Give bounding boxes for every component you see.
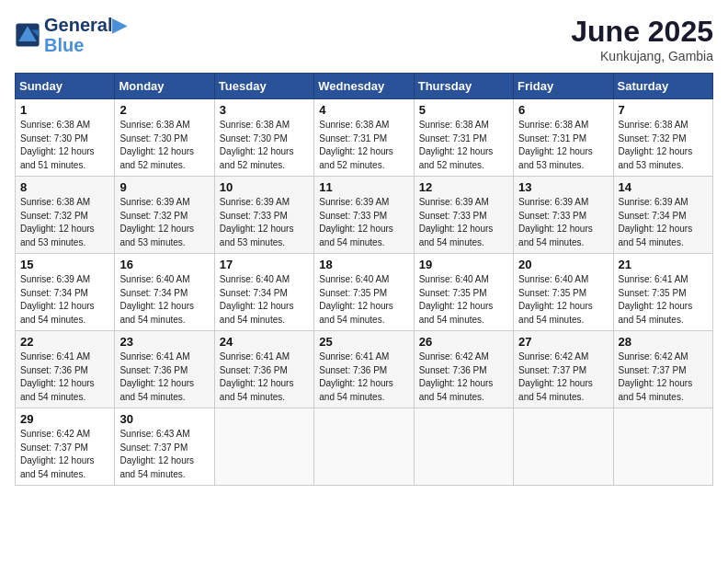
calendar-header-wednesday: Wednesday	[314, 74, 414, 99]
calendar-cell: 4Sunrise: 6:38 AM Sunset: 7:31 PM Daylig…	[314, 99, 414, 177]
calendar-cell: 5Sunrise: 6:38 AM Sunset: 7:31 PM Daylig…	[414, 99, 513, 177]
day-info: Sunrise: 6:39 AM Sunset: 7:33 PM Dayligh…	[319, 196, 408, 249]
day-number: 13	[518, 180, 608, 194]
day-info: Sunrise: 6:41 AM Sunset: 7:36 PM Dayligh…	[319, 350, 408, 404]
calendar-header-row: SundayMondayTuesdayWednesdayThursdayFrid…	[16, 74, 713, 99]
calendar-header-sunday: Sunday	[16, 74, 115, 99]
day-info: Sunrise: 6:39 AM Sunset: 7:33 PM Dayligh…	[518, 196, 608, 249]
calendar-cell: 6Sunrise: 6:38 AM Sunset: 7:31 PM Daylig…	[514, 99, 613, 177]
calendar-cell: 26Sunrise: 6:42 AM Sunset: 7:36 PM Dayli…	[414, 331, 513, 408]
day-info: Sunrise: 6:40 AM Sunset: 7:35 PM Dayligh…	[518, 273, 608, 327]
day-number: 25	[319, 335, 408, 349]
day-info: Sunrise: 6:40 AM Sunset: 7:35 PM Dayligh…	[319, 273, 408, 327]
logo-text: General▶ Blue	[44, 15, 126, 55]
day-number: 6	[518, 103, 608, 117]
day-info: Sunrise: 6:39 AM Sunset: 7:33 PM Dayligh…	[419, 196, 508, 249]
day-number: 10	[220, 180, 309, 194]
calendar-cell: 30Sunrise: 6:43 AM Sunset: 7:37 PM Dayli…	[115, 408, 214, 486]
day-info: Sunrise: 6:39 AM Sunset: 7:32 PM Dayligh…	[119, 196, 209, 249]
day-number: 8	[20, 180, 109, 194]
day-info: Sunrise: 6:38 AM Sunset: 7:30 PM Dayligh…	[119, 119, 209, 172]
day-info: Sunrise: 6:42 AM Sunset: 7:36 PM Dayligh…	[419, 350, 508, 404]
day-number: 24	[220, 335, 309, 349]
calendar-week-3: 15Sunrise: 6:39 AM Sunset: 7:34 PM Dayli…	[16, 254, 713, 331]
day-info: Sunrise: 6:38 AM Sunset: 7:30 PM Dayligh…	[20, 119, 109, 172]
calendar-cell	[214, 408, 313, 486]
calendar-cell: 25Sunrise: 6:41 AM Sunset: 7:36 PM Dayli…	[314, 331, 414, 408]
month-title: June 2025	[571, 15, 713, 49]
day-info: Sunrise: 6:39 AM Sunset: 7:34 PM Dayligh…	[20, 273, 109, 327]
day-info: Sunrise: 6:42 AM Sunset: 7:37 PM Dayligh…	[619, 350, 708, 404]
day-number: 18	[319, 258, 408, 271]
calendar-cell: 13Sunrise: 6:39 AM Sunset: 7:33 PM Dayli…	[514, 177, 613, 254]
location-subtitle: Kunkujang, Gambia	[571, 49, 713, 63]
day-info: Sunrise: 6:40 AM Sunset: 7:35 PM Dayligh…	[419, 273, 508, 327]
calendar-cell: 7Sunrise: 6:38 AM Sunset: 7:32 PM Daylig…	[613, 99, 712, 177]
calendar-cell: 16Sunrise: 6:40 AM Sunset: 7:34 PM Dayli…	[115, 254, 214, 331]
day-info: Sunrise: 6:42 AM Sunset: 7:37 PM Dayligh…	[20, 428, 109, 481]
day-number: 27	[518, 335, 608, 349]
calendar-week-4: 22Sunrise: 6:41 AM Sunset: 7:36 PM Dayli…	[16, 331, 713, 408]
calendar-header-saturday: Saturday	[613, 74, 712, 99]
day-info: Sunrise: 6:39 AM Sunset: 7:33 PM Dayligh…	[220, 196, 309, 249]
calendar-cell: 21Sunrise: 6:41 AM Sunset: 7:35 PM Dayli…	[613, 254, 712, 331]
header: General▶ Blue June 2025 Kunkujang, Gambi…	[15, 15, 713, 63]
day-number: 3	[220, 103, 309, 117]
calendar-cell: 15Sunrise: 6:39 AM Sunset: 7:34 PM Dayli…	[16, 254, 115, 331]
calendar-cell: 29Sunrise: 6:42 AM Sunset: 7:37 PM Dayli…	[16, 408, 115, 486]
calendar-cell	[514, 408, 613, 486]
calendar-header-friday: Friday	[514, 74, 613, 99]
day-number: 21	[619, 258, 708, 271]
calendar-cell: 20Sunrise: 6:40 AM Sunset: 7:35 PM Dayli…	[514, 254, 613, 331]
day-info: Sunrise: 6:43 AM Sunset: 7:37 PM Dayligh…	[119, 428, 209, 481]
day-number: 1	[20, 103, 109, 117]
day-number: 5	[419, 103, 508, 117]
calendar-header-thursday: Thursday	[414, 74, 513, 99]
day-number: 14	[619, 180, 708, 194]
day-info: Sunrise: 6:41 AM Sunset: 7:36 PM Dayligh…	[119, 350, 209, 404]
calendar-cell	[314, 408, 414, 486]
day-number: 19	[419, 258, 508, 271]
day-number: 7	[619, 103, 708, 117]
calendar-week-5: 29Sunrise: 6:42 AM Sunset: 7:37 PM Dayli…	[16, 408, 713, 486]
calendar-body: 1Sunrise: 6:38 AM Sunset: 7:30 PM Daylig…	[16, 99, 713, 486]
day-number: 29	[20, 412, 109, 426]
calendar-cell: 22Sunrise: 6:41 AM Sunset: 7:36 PM Dayli…	[16, 331, 115, 408]
day-number: 23	[119, 335, 209, 349]
day-number: 28	[619, 335, 708, 349]
day-number: 4	[319, 103, 408, 117]
title-area: June 2025 Kunkujang, Gambia	[571, 15, 713, 63]
day-number: 15	[20, 258, 109, 271]
day-number: 11	[319, 180, 408, 194]
day-info: Sunrise: 6:39 AM Sunset: 7:34 PM Dayligh…	[619, 196, 708, 249]
calendar-header-monday: Monday	[115, 74, 214, 99]
day-info: Sunrise: 6:40 AM Sunset: 7:34 PM Dayligh…	[119, 273, 209, 327]
day-number: 16	[119, 258, 209, 271]
calendar-table: SundayMondayTuesdayWednesdayThursdayFrid…	[15, 73, 713, 486]
calendar-header-tuesday: Tuesday	[214, 74, 313, 99]
calendar-cell: 9Sunrise: 6:39 AM Sunset: 7:32 PM Daylig…	[115, 177, 214, 254]
day-number: 17	[220, 258, 309, 271]
calendar-cell: 12Sunrise: 6:39 AM Sunset: 7:33 PM Dayli…	[414, 177, 513, 254]
day-info: Sunrise: 6:38 AM Sunset: 7:32 PM Dayligh…	[619, 119, 708, 172]
calendar-cell: 24Sunrise: 6:41 AM Sunset: 7:36 PM Dayli…	[214, 331, 313, 408]
day-number: 2	[119, 103, 209, 117]
calendar-cell: 18Sunrise: 6:40 AM Sunset: 7:35 PM Dayli…	[314, 254, 414, 331]
calendar-cell: 23Sunrise: 6:41 AM Sunset: 7:36 PM Dayli…	[115, 331, 214, 408]
calendar-cell: 8Sunrise: 6:38 AM Sunset: 7:32 PM Daylig…	[16, 177, 115, 254]
day-info: Sunrise: 6:38 AM Sunset: 7:32 PM Dayligh…	[20, 196, 109, 249]
day-number: 9	[119, 180, 209, 194]
calendar-week-2: 8Sunrise: 6:38 AM Sunset: 7:32 PM Daylig…	[16, 177, 713, 254]
calendar-cell: 17Sunrise: 6:40 AM Sunset: 7:34 PM Dayli…	[214, 254, 313, 331]
day-info: Sunrise: 6:40 AM Sunset: 7:34 PM Dayligh…	[220, 273, 309, 327]
calendar-cell: 27Sunrise: 6:42 AM Sunset: 7:37 PM Dayli…	[514, 331, 613, 408]
calendar-cell: 1Sunrise: 6:38 AM Sunset: 7:30 PM Daylig…	[16, 99, 115, 177]
logo-icon	[15, 22, 40, 48]
day-info: Sunrise: 6:41 AM Sunset: 7:36 PM Dayligh…	[20, 350, 109, 404]
day-info: Sunrise: 6:38 AM Sunset: 7:31 PM Dayligh…	[518, 119, 608, 172]
day-info: Sunrise: 6:41 AM Sunset: 7:36 PM Dayligh…	[220, 350, 309, 404]
day-number: 12	[419, 180, 508, 194]
day-info: Sunrise: 6:38 AM Sunset: 7:31 PM Dayligh…	[419, 119, 508, 172]
day-number: 30	[119, 412, 209, 426]
day-number: 26	[419, 335, 508, 349]
